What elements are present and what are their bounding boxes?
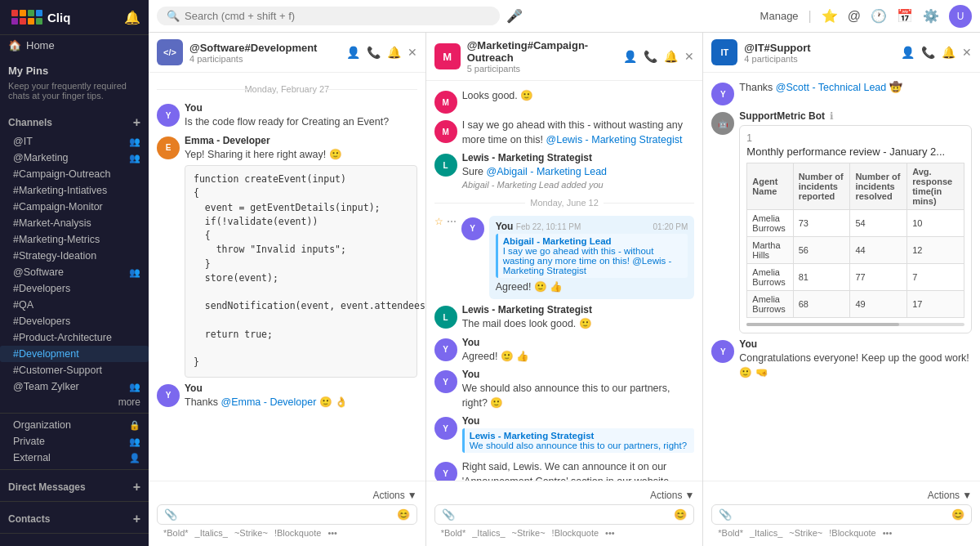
channel-item-campaign-outreach[interactable]: #Campaign-Outreach bbox=[0, 166, 149, 182]
italic-format-p3[interactable]: _Italics_ bbox=[750, 528, 782, 538]
blockquote-format[interactable]: !Blockquote bbox=[274, 528, 321, 538]
panel3-actions-btn[interactable]: Actions ▼ bbox=[928, 488, 972, 503]
channel-item-marketing-intiatives[interactable]: #Marketing-Intiatives bbox=[0, 182, 149, 199]
bot-avatar: 🤖 bbox=[711, 112, 734, 135]
msg-lewis-sure: L Lewis - Marketing Strategist Sure @Abi… bbox=[434, 152, 695, 190]
channel-item-developers-1[interactable]: #Developers bbox=[0, 280, 149, 297]
call-icon-p3[interactable]: 📞 bbox=[921, 46, 935, 59]
sidebar-item-organization[interactable]: Organization 🔒 bbox=[0, 417, 149, 433]
mute-icon[interactable]: 🔔 bbox=[387, 46, 401, 59]
channel-item-market-analysis[interactable]: #Market-Analysis bbox=[0, 215, 149, 231]
more-format-p3[interactable]: ••• bbox=[883, 528, 893, 538]
attachment-icon-p2[interactable]: 📎 bbox=[442, 508, 455, 521]
bot-info-icon[interactable]: ℹ bbox=[830, 110, 834, 122]
close-panel3-icon[interactable]: ✕ bbox=[962, 46, 972, 59]
channel-item-software[interactable]: @Software 👥 bbox=[0, 264, 149, 280]
msg-content-you-2: You Thanks @Emma - Developer 🙂 👌 bbox=[185, 383, 417, 410]
marketing-avatar-2: M bbox=[434, 120, 457, 143]
cell-reported-2: 56 bbox=[793, 237, 850, 264]
panel1-actions-btn[interactable]: Actions ▼ bbox=[372, 488, 416, 503]
msg-content-you-agreed: You Agreed! 🙂 👍 bbox=[462, 337, 695, 365]
italic-format-p2[interactable]: _Italics_ bbox=[472, 528, 505, 538]
panel1-format-toolbar: *Bold* _Italics_ ~Strike~ !Blockquote ••… bbox=[157, 525, 417, 541]
call-icon[interactable]: 📞 bbox=[367, 46, 381, 59]
channels-more-link[interactable]: more bbox=[0, 395, 149, 410]
panel3-actions: 👤 📞 🔔 ✕ bbox=[901, 46, 972, 59]
blockquote-format-p2[interactable]: !Blockquote bbox=[552, 528, 599, 538]
panel2-footer: Actions ▼ 📎 😊 *Bold* _Italics_ ~Strike~ … bbox=[426, 481, 703, 546]
user-avatar[interactable]: U bbox=[949, 5, 972, 28]
emoji-icon[interactable]: 😊 bbox=[397, 508, 410, 521]
my-pins-item[interactable]: My Pins bbox=[8, 60, 140, 81]
chevron-down-icon-p3: ▼ bbox=[962, 490, 972, 501]
strike-format-p3[interactable]: ~Strike~ bbox=[789, 528, 822, 538]
panel2-message-input[interactable] bbox=[461, 508, 668, 521]
emoji-icon-p2[interactable]: 😊 bbox=[674, 508, 687, 521]
channel-name-qa: #QA bbox=[13, 299, 33, 311]
mute-icon-p2[interactable]: 🔔 bbox=[664, 50, 678, 63]
channel-name-market-analysis: #Market-Analysis bbox=[13, 217, 91, 229]
strike-format-p2[interactable]: ~Strike~ bbox=[512, 528, 546, 538]
settings-icon[interactable]: ⚙️ bbox=[923, 8, 939, 24]
blockquote-format-p3[interactable]: !Blockquote bbox=[829, 528, 875, 538]
msg-content-you-1: You Is the code flow ready for Creating … bbox=[185, 102, 417, 130]
channel-item-it[interactable]: @IT 👥 bbox=[0, 133, 149, 150]
channel-item-development[interactable]: #Development bbox=[0, 346, 149, 362]
you-avatar-p2-5: Y bbox=[434, 462, 457, 481]
channel-item-product-architecture[interactable]: #Product-Architecture bbox=[0, 329, 149, 346]
panel2-format-toolbar: *Bold* _Italics_ ~Strike~ !Blockquote ••… bbox=[434, 525, 695, 541]
mic-icon[interactable]: 🎤 bbox=[506, 8, 523, 24]
add-member-icon-p2[interactable]: 👤 bbox=[623, 50, 637, 63]
italic-format[interactable]: _Italics_ bbox=[195, 528, 228, 538]
search-box[interactable]: 🔍 bbox=[157, 7, 500, 25]
channel-item-team-zylker[interactable]: @Team Zylker 👥 bbox=[0, 378, 149, 395]
mute-icon-p3[interactable]: 🔔 bbox=[942, 46, 956, 59]
add-member-icon[interactable]: 👤 bbox=[346, 46, 360, 59]
channel-item-strategy-ideation[interactable]: #Strategy-Ideation bbox=[0, 248, 149, 264]
star-msg-icon[interactable]: ☆ bbox=[434, 216, 443, 227]
msg-lewis-mail: L Lewis - Marketing Strategist The mail … bbox=[434, 304, 695, 332]
add-member-icon-p3[interactable]: 👤 bbox=[901, 46, 915, 59]
sidebar-item-home[interactable]: 🏠 Home bbox=[0, 35, 149, 56]
attachment-icon-p3[interactable]: 📎 bbox=[719, 508, 732, 521]
channel-item-marketing-metrics[interactable]: #Marketing-Metrics bbox=[0, 231, 149, 248]
more-format-p2[interactable]: ••• bbox=[605, 528, 615, 538]
emoji-icon-p3[interactable]: 😊 bbox=[951, 508, 964, 521]
bold-format-p2[interactable]: *Bold* bbox=[441, 528, 466, 538]
msg-content-bot: SupportMetric Bot ℹ 1 Monthly performanc… bbox=[739, 110, 972, 333]
bold-format[interactable]: *Bold* bbox=[163, 528, 189, 538]
sidebar-item-private[interactable]: Private 👥 bbox=[0, 433, 149, 450]
channel-item-marketing[interactable]: @Marketing 👥 bbox=[0, 150, 149, 166]
notification-bell-icon[interactable]: 🔔 bbox=[124, 10, 140, 25]
strike-format[interactable]: ~Strike~ bbox=[234, 528, 268, 538]
add-dm-button[interactable]: + bbox=[133, 480, 140, 495]
close-panel1-icon[interactable]: ✕ bbox=[408, 46, 417, 59]
bold-format-p3[interactable]: *Bold* bbox=[718, 528, 743, 538]
cell-resolved-3: 77 bbox=[850, 264, 907, 291]
more-msg-options-icon[interactable]: ⋯ bbox=[447, 216, 457, 227]
contacts-section-header: Contacts + bbox=[0, 505, 149, 530]
channel-item-qa[interactable]: #QA bbox=[0, 297, 149, 313]
close-panel2-icon[interactable]: ✕ bbox=[684, 50, 694, 63]
clock-icon[interactable]: 🕐 bbox=[871, 8, 887, 24]
channel-item-developers-2[interactable]: #Developers bbox=[0, 313, 149, 329]
call-icon-p2[interactable]: 📞 bbox=[644, 50, 657, 63]
attachment-icon[interactable]: 📎 bbox=[164, 508, 177, 521]
star-icon[interactable]: ⭐ bbox=[822, 8, 838, 24]
add-contact-button[interactable]: + bbox=[133, 512, 140, 526]
sidebar-item-external[interactable]: External 👤 bbox=[0, 450, 149, 466]
msg-content-you-p2: You Feb 22, 10:11 PM 01:20 PM Abigail - … bbox=[489, 216, 695, 300]
at-icon[interactable]: @ bbox=[848, 9, 861, 24]
msg-sender-you-p2-2: You bbox=[462, 337, 695, 348]
channel-item-customer-support[interactable]: #Customer-Support bbox=[0, 362, 149, 378]
panel2-actions-btn[interactable]: Actions ▼ bbox=[650, 488, 694, 503]
calendar-icon[interactable]: 📅 bbox=[897, 8, 913, 24]
msg-content-congrats: You Congratulations everyone! Keep up th… bbox=[739, 338, 972, 380]
panel3-message-input[interactable] bbox=[738, 508, 945, 521]
add-channel-button[interactable]: + bbox=[133, 115, 140, 130]
more-format[interactable]: ••• bbox=[327, 528, 337, 538]
search-input[interactable] bbox=[185, 10, 490, 22]
panel1-message-input[interactable] bbox=[184, 508, 390, 521]
channel-item-campaign-monitor[interactable]: #Campaign-Monitor bbox=[0, 199, 149, 215]
cell-agent-4: Amelia Burrows bbox=[747, 291, 793, 318]
